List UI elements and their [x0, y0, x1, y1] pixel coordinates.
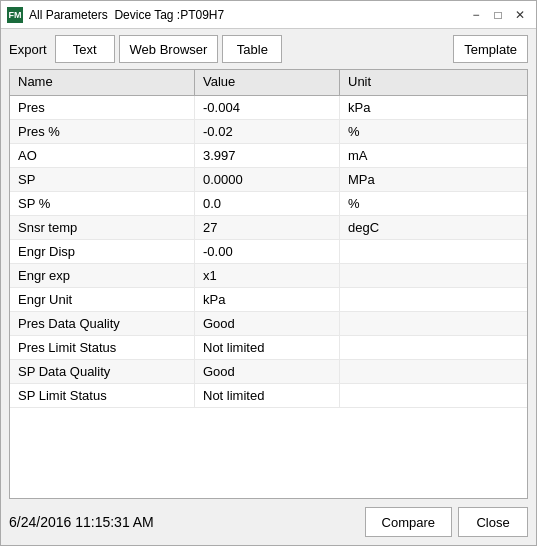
table-row[interactable]: SP Limit StatusNot limited: [10, 384, 527, 408]
cell-name: SP: [10, 168, 195, 191]
cell-name: Pres Limit Status: [10, 336, 195, 359]
header-name: Name: [10, 70, 195, 95]
cell-unit: MPa: [340, 168, 527, 191]
table-row[interactable]: SP %0.0%: [10, 192, 527, 216]
parameters-table: Name Value Unit Pres-0.004kPaPres %-0.02…: [9, 69, 528, 499]
table-row[interactable]: Pres Data QualityGood: [10, 312, 527, 336]
cell-unit: [340, 384, 527, 407]
cell-value: 27: [195, 216, 340, 239]
cell-unit: mA: [340, 144, 527, 167]
cell-name: SP %: [10, 192, 195, 215]
footer-buttons: Compare Close: [365, 507, 528, 537]
cell-value: -0.02: [195, 120, 340, 143]
timestamp: 6/24/2016 11:15:31 AM: [9, 514, 154, 530]
cell-name: Snsr temp: [10, 216, 195, 239]
cell-name: SP Limit Status: [10, 384, 195, 407]
app-icon: FM: [7, 7, 23, 23]
cell-value: 3.997: [195, 144, 340, 167]
window-title: All Parameters Device Tag :PT09H7: [29, 8, 224, 22]
cell-name: SP Data Quality: [10, 360, 195, 383]
table-button[interactable]: Table: [222, 35, 282, 63]
cell-unit: %: [340, 192, 527, 215]
export-bar: Export Text Web Browser Table Template: [1, 29, 536, 69]
table-row[interactable]: Pres-0.004kPa: [10, 96, 527, 120]
cell-name: AO: [10, 144, 195, 167]
cell-unit: [340, 312, 527, 335]
cell-value: -0.00: [195, 240, 340, 263]
cell-unit: [340, 288, 527, 311]
cell-value: -0.004: [195, 96, 340, 119]
title-controls: − □ ✕: [466, 6, 530, 24]
cell-unit: %: [340, 120, 527, 143]
export-buttons: Text Web Browser Table: [55, 35, 450, 63]
table-row[interactable]: SP Data QualityGood: [10, 360, 527, 384]
table-row[interactable]: Engr Disp-0.00: [10, 240, 527, 264]
table-row[interactable]: Engr expx1: [10, 264, 527, 288]
cell-unit: [340, 360, 527, 383]
footer: 6/24/2016 11:15:31 AM Compare Close: [1, 499, 536, 545]
cell-name: Pres: [10, 96, 195, 119]
template-button[interactable]: Template: [453, 35, 528, 63]
table-body[interactable]: Pres-0.004kPaPres %-0.02%AO3.997mASP0.00…: [10, 96, 527, 498]
header-unit: Unit: [340, 70, 527, 95]
close-button[interactable]: Close: [458, 507, 528, 537]
table-row[interactable]: Snsr temp27degC: [10, 216, 527, 240]
web-browser-button[interactable]: Web Browser: [119, 35, 219, 63]
cell-value: Good: [195, 312, 340, 335]
cell-unit: degC: [340, 216, 527, 239]
title-bar-left: FM All Parameters Device Tag :PT09H7: [7, 7, 224, 23]
table-row[interactable]: Pres Limit StatusNot limited: [10, 336, 527, 360]
cell-value: Good: [195, 360, 340, 383]
cell-value: kPa: [195, 288, 340, 311]
cell-name: Pres Data Quality: [10, 312, 195, 335]
minimize-button[interactable]: −: [466, 6, 486, 24]
table-row[interactable]: Engr UnitkPa: [10, 288, 527, 312]
cell-name: Engr Disp: [10, 240, 195, 263]
cell-value: x1: [195, 264, 340, 287]
cell-name: Engr exp: [10, 264, 195, 287]
header-value: Value: [195, 70, 340, 95]
cell-value: Not limited: [195, 336, 340, 359]
main-window: FM All Parameters Device Tag :PT09H7 − □…: [0, 0, 537, 546]
cell-name: Pres %: [10, 120, 195, 143]
cell-unit: [340, 336, 527, 359]
compare-button[interactable]: Compare: [365, 507, 452, 537]
close-window-button[interactable]: ✕: [510, 6, 530, 24]
cell-unit: [340, 264, 527, 287]
maximize-button[interactable]: □: [488, 6, 508, 24]
title-bar: FM All Parameters Device Tag :PT09H7 − □…: [1, 1, 536, 29]
table-row[interactable]: Pres %-0.02%: [10, 120, 527, 144]
text-button[interactable]: Text: [55, 35, 115, 63]
cell-value: Not limited: [195, 384, 340, 407]
cell-unit: [340, 240, 527, 263]
table-header: Name Value Unit: [10, 70, 527, 96]
cell-value: 0.0: [195, 192, 340, 215]
table-row[interactable]: AO3.997mA: [10, 144, 527, 168]
cell-value: 0.0000: [195, 168, 340, 191]
export-label: Export: [9, 42, 47, 57]
table-row[interactable]: SP0.0000MPa: [10, 168, 527, 192]
cell-name: Engr Unit: [10, 288, 195, 311]
cell-unit: kPa: [340, 96, 527, 119]
